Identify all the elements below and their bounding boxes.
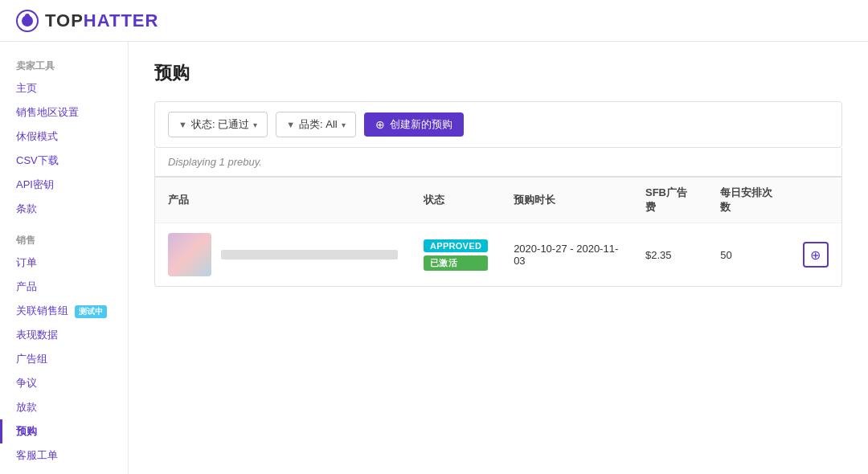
sidebar-item-disputes[interactable]: 争议 [0, 371, 128, 395]
sidebar-item-refunds[interactable]: 放款 [0, 395, 128, 419]
displaying-text: Displaying 1 prebuy. [168, 156, 262, 168]
sidebar-item-prebuy[interactable]: 预购 [0, 419, 128, 443]
sfb-cost-cell: $2.35 [633, 223, 707, 287]
filter-status-button[interactable]: ▼ 状态: 已通过 ▾ [168, 112, 268, 137]
sidebar-item-home[interactable]: 主页 [0, 76, 128, 100]
sidebar-item-ad-groups[interactable]: 广告组 [0, 347, 128, 371]
plus-icon: ⊕ [375, 118, 385, 131]
main-content: 预购 ▼ 状态: 已通过 ▾ ▼ 品类: All ▾ ⊕ 创建新的预购 Disp… [129, 42, 868, 474]
sidebar-item-terms[interactable]: 条款 [0, 197, 128, 221]
create-prebuy-button[interactable]: ⊕ 创建新的预购 [364, 112, 464, 137]
date-range-cell: 2020-10-27 - 2020-11-03 [501, 223, 633, 287]
col-product: 产品 [155, 178, 411, 223]
table-header-row: 产品 状态 预购时长 SFB广告费 每日安排次数 [155, 178, 841, 223]
col-daily-slots: 每日安排次数 [707, 178, 790, 223]
toolbar: ▼ 状态: 已通过 ▾ ▼ 品类: All ▾ ⊕ 创建新的预购 [154, 101, 842, 148]
product-cell-inner [168, 233, 398, 276]
col-sfb: SFB广告费 [633, 178, 707, 223]
info-bar: Displaying 1 prebuy. [154, 148, 842, 177]
logo-text: TOPHATTER [45, 10, 158, 31]
sidebar-item-customer-service[interactable]: 客服工单 [0, 443, 128, 468]
product-thumbnail [168, 233, 211, 276]
plus-circle-icon: ⊕ [810, 247, 821, 263]
filter-icon-2: ▼ [286, 120, 295, 129]
chevron-down-icon: ▾ [253, 121, 257, 129]
status-badges: APPROVED 已激活 [424, 239, 488, 271]
daily-slots-cell: 50 [707, 223, 790, 287]
status-cell: APPROVED 已激活 [411, 223, 501, 287]
sidebar-item-orders[interactable]: 订单 [0, 251, 128, 275]
add-action-button[interactable]: ⊕ [803, 242, 829, 268]
create-btn-label: 创建新的预购 [390, 117, 452, 132]
chevron-down-icon-2: ▾ [342, 121, 346, 129]
sidebar-item-csv[interactable]: CSV下载 [0, 149, 128, 173]
svg-point-2 [25, 14, 30, 18]
action-cell: ⊕ [790, 223, 841, 287]
sidebar-section-sales: 销售 [0, 229, 128, 251]
sidebar-item-sales-groups[interactable]: 关联销售组 测试中 [0, 299, 128, 323]
sidebar-item-api[interactable]: API密钥 [0, 173, 128, 197]
sidebar-item-products[interactable]: 产品 [0, 275, 128, 299]
filter-category-button[interactable]: ▼ 品类: All ▾ [276, 112, 356, 137]
sidebar-item-region[interactable]: 销售地区设置 [0, 100, 128, 125]
header: TOPHATTER [0, 0, 868, 42]
approved-badge: APPROVED [424, 239, 488, 252]
active-badge: 已激活 [424, 255, 488, 271]
table-container: 产品 状态 预购时长 SFB广告费 每日安排次数 [154, 177, 842, 287]
sidebar-item-vacation[interactable]: 休假模式 [0, 125, 128, 149]
test-badge: 测试中 [75, 305, 107, 318]
filter-status-label: 状态: 已通过 [191, 117, 249, 132]
col-actions [790, 178, 841, 223]
sidebar: 卖家工具 主页 销售地区设置 休假模式 CSV下载 API密钥 条款 销售 订单… [0, 42, 129, 474]
filter-category-label: 品类: All [299, 117, 338, 132]
col-duration: 预购时长 [501, 178, 633, 223]
logo: TOPHATTER [16, 10, 158, 32]
product-cell [155, 223, 411, 287]
layout: 卖家工具 主页 销售地区设置 休假模式 CSV下载 API密钥 条款 销售 订单… [0, 42, 868, 474]
filter-icon: ▼ [178, 120, 187, 129]
sidebar-item-performance[interactable]: 表现数据 [0, 323, 128, 347]
sidebar-section-seller-tools: 卖家工具 [0, 55, 128, 76]
prebuy-table: 产品 状态 预购时长 SFB广告费 每日安排次数 [155, 177, 841, 286]
sidebar-item-returns[interactable]: 退货 [0, 468, 128, 474]
col-status: 状态 [411, 178, 501, 223]
logo-icon [16, 10, 39, 32]
table-row: APPROVED 已激活 2020-10-27 - 2020-11-03 $2.… [155, 223, 841, 287]
page-title: 预购 [154, 61, 842, 85]
product-name [221, 250, 398, 259]
